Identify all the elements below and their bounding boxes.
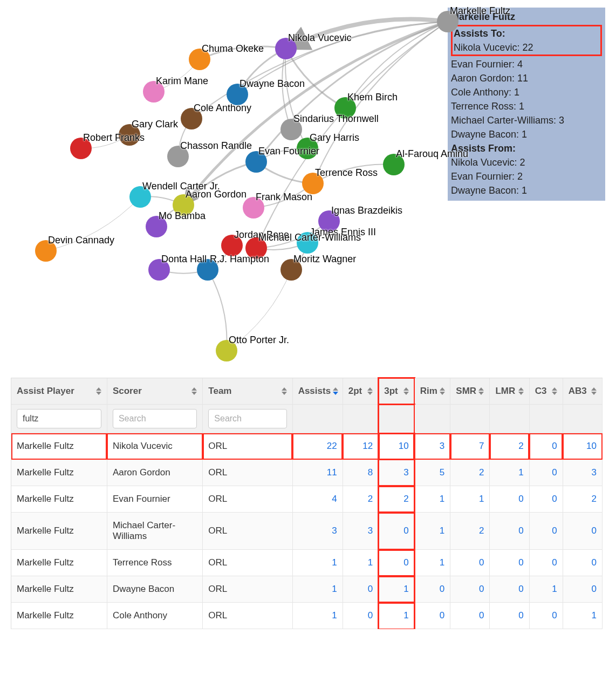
table-row[interactable]: Markelle FultzAaron GordonORL118352103 (11, 460, 603, 486)
col-label: LMR (495, 386, 515, 397)
sort-icon[interactable] (591, 387, 597, 395)
graph-node-label: R.J. Hampton (210, 254, 269, 265)
sort-icon[interactable] (333, 387, 338, 395)
graph-node-fultz[interactable]: Markelle Fultz (437, 11, 458, 32)
assist-network-graph[interactable]: Markelle Fultz Assists To: Nikola Vucevi… (0, 0, 616, 378)
col-c3-header[interactable]: C3 (529, 378, 563, 405)
scorer-search-input[interactable] (113, 409, 197, 428)
cell-smr: 7 (450, 433, 490, 460)
assist-search-input[interactable] (17, 409, 101, 428)
cell-team: ORL (203, 550, 292, 576)
graph-node-vucevic[interactable]: Nikola Vucevic (275, 38, 297, 59)
col-assists-header[interactable]: Assists (292, 378, 343, 405)
graph-node-aminu[interactable]: Al-Farouq Aminu (383, 154, 405, 175)
col-ab3-filter-cell (563, 405, 602, 433)
col-label: C3 (535, 386, 547, 397)
col-assist-header[interactable]: Assist Player (11, 378, 107, 405)
graph-node-dhall[interactable]: Donta Hall (148, 259, 170, 281)
graph-node-label: Michael Carter-Williams (258, 232, 361, 243)
col-label: AB3 (569, 386, 587, 397)
cell-scorer: Terrence Ross (107, 550, 202, 576)
graph-node-jbone[interactable]: Jordan Bone (221, 235, 243, 256)
cell-smr: 0 (450, 576, 490, 603)
col-team-header[interactable]: Team (203, 378, 292, 405)
graph-node-label: Gary Clark (132, 119, 178, 130)
graph-node-label: Cole Anthony (194, 103, 251, 114)
sort-icon[interactable] (403, 387, 409, 395)
graph-node-label: Nikola Vucevic (288, 32, 351, 44)
cell-team: ORL (203, 513, 292, 550)
table-row[interactable]: Markelle FultzNikola VucevicORL221210372… (11, 433, 603, 460)
cell-p3: 0 (379, 550, 415, 576)
sort-icon[interactable] (478, 387, 484, 395)
graph-node-label: Robert Franks (83, 132, 145, 144)
sort-icon[interactable] (440, 387, 445, 395)
col-c3-filter-cell (529, 405, 563, 433)
col-p3-filter-cell (379, 405, 415, 433)
graph-node-wagner[interactable]: Moritz Wagner (280, 259, 302, 281)
table-row[interactable]: Markelle FultzDwayne BaconORL10100010 (11, 576, 603, 603)
col-p2-header[interactable]: 2pt (343, 378, 379, 405)
graph-node-label: Khem Birch (347, 92, 398, 103)
cell-c3: 0 (529, 603, 563, 629)
cell-p2: 2 (343, 486, 379, 513)
graph-node-label: Frank Mason (256, 192, 312, 203)
table-row[interactable]: Markelle FultzEvan FournierORL42211002 (11, 486, 603, 513)
cell-scorer: Dwayne Bacon (107, 576, 202, 603)
sort-icon[interactable] (96, 387, 101, 395)
graph-node-fmason[interactable]: Frank Mason (243, 197, 264, 219)
graph-node-franks[interactable]: Robert Franks (70, 138, 92, 159)
table-row[interactable]: Markelle FultzTerrence RossORL11010000 (11, 550, 603, 576)
team-search-input[interactable] (208, 409, 286, 428)
cell-p3: 0 (379, 513, 415, 550)
col-ab3-header[interactable]: AB3 (563, 378, 602, 405)
table-row[interactable]: Markelle FultzCole AnthonyORL10100001 (11, 603, 603, 629)
col-scorer-header[interactable]: Scorer (107, 378, 202, 405)
graph-node-tross[interactable]: Terrence Ross (302, 173, 324, 194)
table-row[interactable]: Markelle FultzMichael Carter-WilliamsORL… (11, 513, 603, 550)
graph-node-bamba[interactable]: Mo Bamba (146, 216, 167, 237)
graph-node-okeke[interactable]: Chuma Okeke (189, 49, 210, 70)
graph-node-bacon[interactable]: Dwayne Bacon (227, 84, 248, 105)
cell-assist: Markelle Fultz (11, 576, 107, 603)
cell-smr: 1 (450, 486, 490, 513)
graph-node-label: Al-Farouq Aminu (396, 148, 468, 160)
graph-node-fournier[interactable]: Evan Fournier (245, 151, 267, 173)
tooltip-to-item: Dwayne Bacon: 1 (451, 127, 602, 141)
graph-node-oporter[interactable]: Otto Porter Jr. (216, 340, 237, 361)
sort-icon[interactable] (552, 387, 557, 395)
cell-ab3: 0 (563, 576, 602, 603)
cell-ab3: 10 (563, 433, 602, 460)
assist-table: Assist PlayerScorerTeamAssists2pt3ptRimS… (11, 378, 603, 629)
graph-node-label: Karim Mane (156, 76, 208, 87)
cell-team: ORL (203, 460, 292, 486)
cell-scorer: Nikola Vucevic (107, 433, 202, 460)
col-lmr-header[interactable]: LMR (490, 378, 529, 405)
col-label: SMR (456, 386, 476, 397)
col-label: 2pt (348, 386, 362, 397)
cell-assists: 1 (292, 603, 343, 629)
col-label: 3pt (384, 386, 398, 397)
cell-p2: 0 (343, 576, 379, 603)
col-p3-header[interactable]: 3pt (379, 378, 415, 405)
col-smr-header[interactable]: SMR (450, 378, 490, 405)
graph-node-thornwell[interactable]: Sindarius Thornwell (280, 119, 302, 140)
graph-node-wcarter[interactable]: Wendell Carter Jr. (129, 186, 151, 208)
col-label: Rim (420, 386, 437, 397)
col-team-filter-cell (203, 405, 292, 433)
sort-icon[interactable] (191, 387, 197, 395)
table-header-row: Assist PlayerScorerTeamAssists2pt3ptRimS… (11, 378, 603, 405)
sort-icon[interactable] (282, 387, 287, 395)
cell-lmr: 2 (490, 433, 529, 460)
graph-node-canthony[interactable]: Cole Anthony (181, 108, 202, 129)
graph-node-cannady[interactable]: Devin Cannady (35, 240, 57, 262)
graph-node-randle[interactable]: Chasson Randle (167, 146, 189, 167)
sort-icon[interactable] (518, 387, 524, 395)
sort-icon[interactable] (367, 387, 373, 395)
cell-scorer: Aaron Gordon (107, 460, 202, 486)
graph-node-mane[interactable]: Karim Mane (143, 81, 165, 103)
cell-p2: 12 (343, 433, 379, 460)
graph-edge (208, 270, 227, 351)
cell-c3: 0 (529, 460, 563, 486)
col-rim-header[interactable]: Rim (414, 378, 450, 405)
